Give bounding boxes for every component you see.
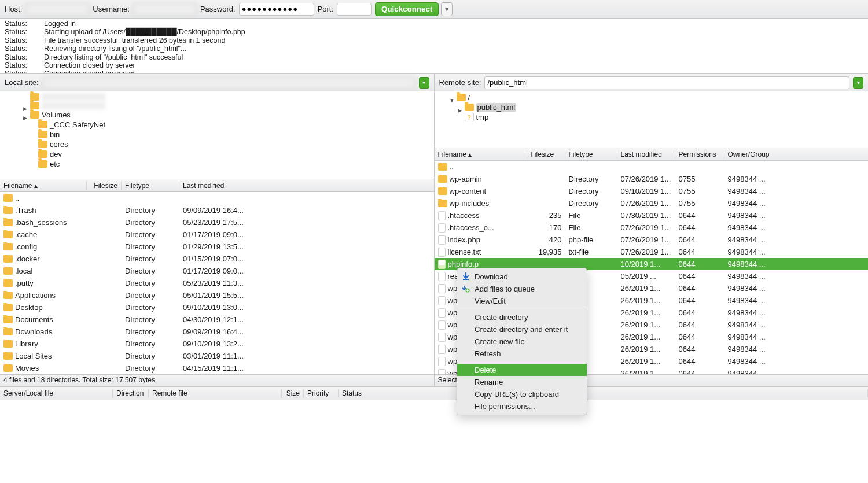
- list-item[interactable]: Downloads Directory 09/09/2019 16:4...: [0, 326, 434, 338]
- menu-delete[interactable]: Delete: [457, 364, 587, 376]
- modified: 26/2019 1...: [621, 296, 661, 305]
- tree-item[interactable]: etc: [0, 159, 434, 169]
- modified: 09/10/2019 1...: [621, 187, 671, 196]
- tree-item[interactable]: /: [435, 93, 869, 102]
- filename: .putty: [15, 279, 34, 287]
- remote-site-input[interactable]: [484, 76, 849, 89]
- list-item[interactable]: Applications Directory 05/01/2019 15:5..…: [0, 289, 434, 301]
- host-input[interactable]: [25, 3, 89, 16]
- local-list-header[interactable]: Filename Filesize Filetype Last modified: [0, 179, 434, 192]
- remote-list-header[interactable]: Filename Filesize Filetype Last modified…: [435, 148, 869, 161]
- menu-create-directory[interactable]: Create directory: [457, 311, 587, 323]
- list-item[interactable]: wp-content Directory 09/10/2019 1... 075…: [435, 185, 869, 197]
- menu-refresh[interactable]: Refresh: [457, 348, 587, 360]
- list-item[interactable]: index.php 420 php-file 07/26/2019 1... 0…: [435, 234, 869, 246]
- menu-copy-url[interactable]: Copy URL(s) to clipboard: [457, 388, 587, 400]
- list-item[interactable]: Library Directory 09/10/2019 13:2...: [0, 338, 434, 350]
- list-item[interactable]: ..: [0, 192, 434, 204]
- local-directory-tree[interactable]: Volumes_CCC SafetyNetbincoresdevetc: [0, 91, 434, 179]
- message-log[interactable]: Status:Logged inStatus:Starting upload o…: [0, 19, 868, 74]
- list-item[interactable]: .putty Directory 05/23/2019 11:3...: [0, 277, 434, 289]
- disclosure-right-icon[interactable]: [23, 104, 28, 108]
- menu-download[interactable]: Download: [457, 271, 587, 283]
- tree-item[interactable]: public_html: [435, 102, 869, 112]
- col-filesize[interactable]: Filesize: [87, 182, 122, 190]
- col-modified[interactable]: Last modified: [179, 182, 434, 190]
- col-owner[interactable]: Owner/Group: [724, 150, 869, 158]
- modified: 05/01/2019 15:5...: [183, 291, 244, 300]
- disclosure-right-icon[interactable]: [23, 113, 28, 117]
- modified: 07/26/2019 1...: [621, 223, 671, 232]
- list-item[interactable]: ..: [435, 161, 869, 173]
- menu-create-new-file[interactable]: Create new file: [457, 335, 587, 348]
- list-item[interactable]: .htaccess_o... 170 File 07/26/2019 1... …: [435, 222, 869, 234]
- filename: ..: [450, 163, 454, 171]
- list-item[interactable]: Movies Directory 04/15/2019 11:1...: [0, 362, 434, 374]
- col-filesize[interactable]: Filesize: [527, 150, 565, 158]
- remote-directory-tree[interactable]: /public_html?tmp: [435, 91, 869, 148]
- tree-item[interactable]: [0, 101, 434, 110]
- port-input[interactable]: [337, 3, 372, 16]
- menu-file-permissions[interactable]: File permissions...: [457, 400, 587, 412]
- local-site-dropdown[interactable]: ▾: [419, 77, 429, 89]
- list-item[interactable]: .Trash Directory 09/09/2019 16:4...: [0, 204, 434, 216]
- list-item[interactable]: .config Directory 01/29/2019 13:5...: [0, 241, 434, 253]
- tree-item[interactable]: ?tmp: [435, 112, 869, 122]
- host-label: Host:: [5, 5, 22, 13]
- owner-group: 9498344 ...: [728, 223, 766, 232]
- owner-group: 9498344 ...: [728, 199, 766, 208]
- menu-add-to-queue[interactable]: Add files to queue: [457, 283, 587, 295]
- password-input[interactable]: [239, 3, 314, 16]
- tree-item-label: /: [468, 93, 470, 102]
- permissions: 0644: [679, 357, 696, 366]
- tree-item[interactable]: _CCC SafetyNet: [0, 120, 434, 130]
- tree-item-label: tmp: [476, 113, 489, 121]
- col-permissions[interactable]: Permissions: [675, 150, 724, 158]
- transfer-queue-body[interactable]: [0, 400, 868, 470]
- menu-view-edit[interactable]: View/Edit: [457, 295, 587, 307]
- owner-group: 9498344 ...: [728, 211, 766, 220]
- tree-item[interactable]: dev: [0, 149, 434, 159]
- list-item[interactable]: .bash_sessions Directory 05/23/2019 17:5…: [0, 216, 434, 228]
- col-filetype[interactable]: Filetype: [565, 150, 617, 158]
- col-direction[interactable]: Direction: [113, 389, 149, 397]
- tree-item[interactable]: bin: [0, 130, 434, 139]
- list-item[interactable]: license.txt 19,935 txt-file 07/26/2019 1…: [435, 246, 869, 258]
- tree-item[interactable]: Volumes: [0, 110, 434, 120]
- quickconnect-button[interactable]: Quickconnect: [375, 2, 439, 16]
- col-status[interactable]: Status: [339, 389, 868, 397]
- col-filename[interactable]: Filename: [0, 182, 87, 190]
- permissions: 0644: [679, 272, 696, 281]
- local-site-input[interactable]: [42, 76, 415, 89]
- list-item[interactable]: Desktop Directory 09/10/2019 13:0...: [0, 301, 434, 314]
- tree-item[interactable]: cores: [0, 139, 434, 149]
- filename: wp-admin: [450, 175, 482, 183]
- col-size[interactable]: Size: [282, 389, 304, 397]
- list-item[interactable]: .local Directory 01/17/2019 09:0...: [0, 265, 434, 277]
- quickconnect-dropdown[interactable]: ▾: [441, 2, 453, 16]
- transfer-queue-header[interactable]: Server/Local file Direction Remote file …: [0, 386, 868, 400]
- username-input[interactable]: [133, 3, 197, 16]
- list-item[interactable]: wp-admin Directory 07/26/2019 1... 0755 …: [435, 173, 869, 185]
- remote-site-dropdown[interactable]: ▾: [853, 77, 863, 89]
- menu-rename[interactable]: Rename: [457, 376, 587, 388]
- col-filename[interactable]: Filename: [435, 150, 527, 158]
- menu-create-directory-enter[interactable]: Create directory and enter it: [457, 323, 587, 335]
- col-priority[interactable]: Priority: [304, 389, 339, 397]
- local-file-list[interactable]: .. .Trash Directory 09/09/2019 16:4... .…: [0, 192, 434, 374]
- owner-group: 9498344 ...: [728, 333, 766, 341]
- disclosure-right-icon[interactable]: [458, 105, 462, 110]
- col-server[interactable]: Server/Local file: [0, 389, 113, 397]
- col-modified[interactable]: Last modified: [617, 150, 675, 158]
- list-item[interactable]: .docker Directory 01/15/2019 07:0...: [0, 253, 434, 265]
- list-item[interactable]: .htaccess 235 File 07/30/2019 1... 0644 …: [435, 209, 869, 222]
- list-item[interactable]: .cache Directory 01/17/2019 09:0...: [0, 228, 434, 241]
- disclosure-down-icon[interactable]: [450, 95, 454, 100]
- col-filetype[interactable]: Filetype: [122, 182, 179, 190]
- tree-item[interactable]: [0, 93, 434, 101]
- list-item[interactable]: wp-includes Directory 07/26/2019 1... 07…: [435, 197, 869, 209]
- list-item[interactable]: Documents Directory 04/30/2019 12:1...: [0, 314, 434, 326]
- filename: Desktop: [15, 303, 43, 312]
- col-remote-file[interactable]: Remote file: [149, 389, 282, 397]
- list-item[interactable]: Local Sites Directory 03/01/2019 11:1...: [0, 350, 434, 362]
